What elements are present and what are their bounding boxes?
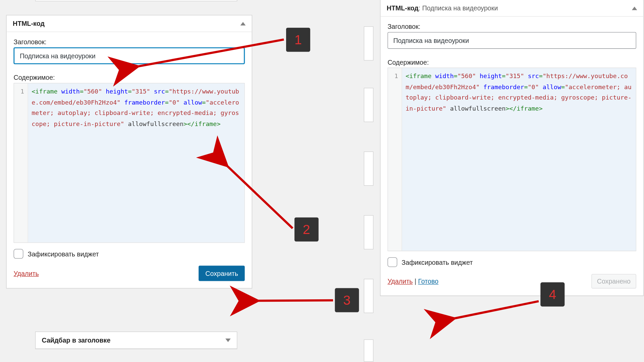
annotation-marker-2: 2	[294, 217, 319, 241]
svg-line-3	[452, 301, 539, 319]
placeholder-panel	[364, 26, 374, 61]
line-number: 1	[20, 88, 24, 95]
save-button[interactable]: Сохранить	[199, 266, 245, 281]
widget-header-title: HTML-код: Подписка на видеоуроки	[387, 4, 498, 12]
svg-line-2	[256, 300, 333, 301]
placeholder-panel	[35, 0, 237, 1]
code-gutter: 1	[388, 68, 402, 251]
done-link[interactable]: Готово	[418, 278, 439, 285]
fix-widget-label: Зафиксировать виджет	[401, 258, 473, 266]
line-number: 1	[394, 72, 398, 79]
fix-widget-label: Зафиксировать виджет	[28, 250, 99, 257]
placeholder-panel	[364, 152, 374, 186]
content-label: Содержимое:	[387, 58, 636, 66]
widget-header[interactable]: HTML-код	[7, 15, 252, 32]
title-label: Заголовок:	[387, 23, 636, 30]
content-code-editor[interactable]: 1 <iframe width="560" height="315" src="…	[14, 83, 245, 243]
widget-body: Заголовок: Содержимое: 1 <iframe width="…	[7, 32, 252, 288]
collapse-down-icon	[225, 338, 231, 342]
title-input[interactable]	[387, 32, 636, 49]
widget-body: Заголовок: Содержимое: 1 <iframe width="…	[380, 17, 643, 296]
code-area-right[interactable]: <iframe width="560" height="315" src="ht…	[402, 68, 636, 251]
delete-link[interactable]: Удалить	[387, 278, 413, 285]
delete-link[interactable]: Удалить	[14, 269, 39, 277]
title-label: Заголовок:	[14, 38, 245, 46]
placeholder-panel	[364, 340, 374, 362]
code-gutter: 1	[14, 83, 28, 242]
widget-html-code-left: HTML-код Заголовок: Содержимое: 1 <ifram…	[6, 15, 252, 289]
separator: |	[415, 278, 418, 285]
placeholder-panel	[364, 279, 374, 313]
content-code-editor[interactable]: 1 <iframe width="560" height="315" src="…	[387, 68, 636, 251]
widget-header[interactable]: Сайдбар в заголовке	[36, 332, 237, 349]
content-label: Содержимое:	[14, 74, 245, 81]
fix-widget-checkbox[interactable]	[14, 249, 23, 259]
saved-button: Сохранено	[591, 274, 636, 288]
collapse-up-icon	[632, 6, 637, 10]
widget-html-code-right: HTML-код: Подписка на видеоуроки Заголов…	[380, 0, 644, 296]
annotation-marker-1: 1	[286, 28, 310, 52]
widget-header[interactable]: HTML-код: Подписка на видеоуроки	[380, 0, 643, 17]
title-input[interactable]	[14, 47, 245, 64]
widget-header-title: Сайдбар в заголовке	[42, 336, 110, 344]
widget-sidebar-header: Сайдбар в заголовке	[35, 331, 237, 349]
fix-widget-checkbox[interactable]	[387, 257, 397, 267]
placeholder-panel	[364, 88, 374, 122]
code-area-left[interactable]: <iframe width="560" height="315" src="ht…	[28, 83, 245, 242]
annotation-marker-3: 3	[335, 288, 359, 312]
placeholder-panel	[364, 215, 374, 249]
collapse-up-icon	[240, 22, 246, 25]
widget-header-title: HTML-код	[13, 20, 45, 27]
annotation-marker-4: 4	[540, 282, 565, 306]
